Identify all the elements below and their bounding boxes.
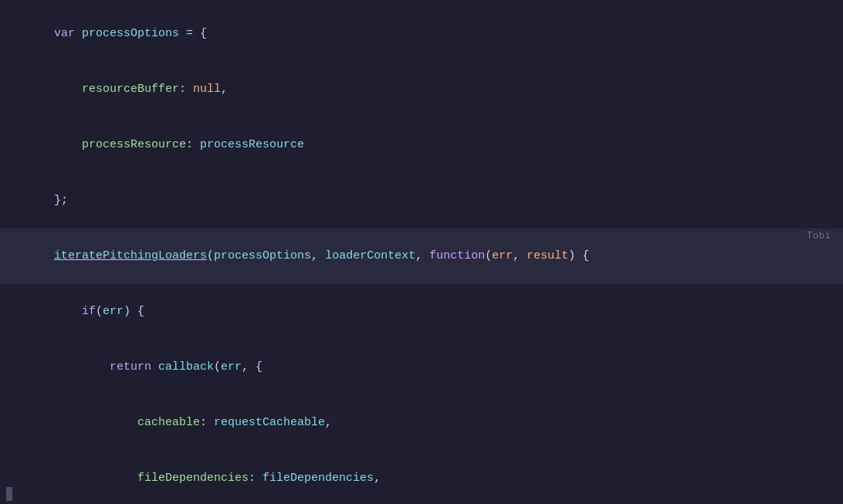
code-line-6: if(err) { — [0, 284, 843, 340]
code-line-7: return callback(err, { — [0, 340, 843, 395]
code-line-2: resourceBuffer: null, — [0, 62, 843, 117]
scroll-indicator — [6, 487, 12, 501]
code-editor: var processOptions = { resourceBuffer: n… — [0, 0, 843, 504]
blame-label: Tobi — [807, 228, 831, 245]
code-line-8: cacheable: requestCacheable, — [0, 395, 843, 451]
code-line-3: processResource: processResource — [0, 117, 843, 173]
code-line-9: fileDependencies: fileDependencies, — [0, 451, 843, 504]
code-line-5: iteratePitchingLoaders(processOptions, l… — [0, 228, 843, 284]
code-line-1: var processOptions = { — [0, 6, 843, 62]
code-line-4: }; — [0, 173, 843, 228]
